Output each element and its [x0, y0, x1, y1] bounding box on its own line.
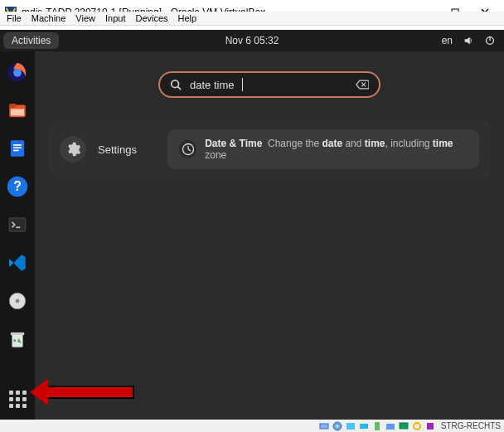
menu-machine[interactable]: Machine [32, 13, 66, 23]
svg-rect-14 [13, 147, 22, 148]
status-cpu-icon[interactable] [424, 420, 436, 431]
status-optical-icon[interactable] [332, 420, 343, 431]
menu-bar: File Machine View Input Devices Help [0, 12, 504, 26]
annotation-arrow [35, 383, 134, 401]
dock-vscode[interactable] [5, 250, 30, 275]
svg-rect-15 [13, 150, 19, 152]
svg-point-40 [414, 423, 420, 430]
svg-rect-35 [346, 423, 355, 430]
apps-grid-icon [9, 391, 27, 408]
status-harddisk-icon[interactable] [318, 420, 330, 431]
status-audio-icon[interactable] [345, 420, 356, 431]
text-cursor [242, 78, 243, 91]
svg-point-21 [16, 299, 20, 303]
search-input-value: date time [190, 79, 234, 91]
result-category: Settings [98, 143, 156, 156]
menu-devices[interactable]: Devices [135, 13, 167, 23]
svg-point-24 [13, 339, 16, 342]
svg-rect-41 [427, 423, 434, 430]
vm-viewport: Activities Nov 6 05:32 en ? date tim [0, 30, 504, 420]
result-date-time[interactable]: Date & Time Change the date and time, in… [167, 129, 479, 169]
hostkey-label: STRG-RECHTS [441, 421, 501, 430]
menu-help[interactable]: Help [178, 13, 197, 23]
search-results-panel: Settings Date & Time Change the date and… [48, 119, 491, 179]
svg-rect-38 [386, 424, 395, 430]
svg-point-34 [336, 425, 338, 427]
show-applications-button[interactable] [5, 386, 30, 411]
search-icon [170, 79, 182, 90]
search-field[interactable]: date time [158, 71, 380, 98]
svg-rect-39 [400, 423, 408, 429]
svg-point-8 [13, 69, 22, 77]
menu-view[interactable]: View [75, 13, 95, 23]
status-shared-folder-icon[interactable] [385, 420, 396, 431]
svg-rect-11 [11, 109, 24, 115]
gear-icon [65, 141, 81, 158]
svg-rect-36 [360, 424, 368, 429]
keyboard-layout[interactable]: en [442, 35, 453, 46]
clock[interactable]: Nov 6 05:32 [225, 35, 279, 46]
status-network-icon[interactable] [358, 420, 370, 431]
svg-rect-32 [320, 424, 328, 429]
dock: ? [0, 51, 35, 420]
clock-icon [179, 140, 196, 158]
gnome-topbar: Activities Nov 6 05:32 en [0, 30, 504, 51]
svg-rect-13 [13, 144, 22, 146]
svg-point-25 [172, 80, 179, 88]
svg-rect-10 [9, 104, 16, 108]
dock-firefox[interactable] [5, 60, 30, 85]
svg-text:?: ? [13, 179, 22, 193]
dock-terminal[interactable] [5, 212, 30, 237]
menu-file[interactable]: File [7, 13, 22, 23]
status-display-icon[interactable] [398, 420, 410, 431]
dock-help[interactable]: ? [5, 174, 30, 199]
svg-rect-37 [375, 422, 380, 430]
status-recording-icon[interactable] [411, 420, 423, 431]
activities-button[interactable]: Activities [3, 32, 59, 49]
svg-line-31 [188, 149, 191, 151]
volume-icon[interactable] [463, 35, 474, 46]
svg-rect-18 [9, 218, 26, 231]
dock-disks[interactable] [5, 289, 30, 313]
svg-line-26 [178, 87, 182, 90]
svg-rect-23 [11, 332, 24, 335]
menu-input[interactable]: Input [105, 13, 125, 23]
dock-document[interactable] [5, 136, 30, 161]
clear-search-icon[interactable] [356, 80, 369, 90]
power-icon[interactable] [484, 35, 496, 46]
result-text: Date & Time Change the date and time, in… [205, 138, 468, 161]
virtualbox-status-bar: STRG-RECHTS [0, 420, 504, 432]
settings-category-icon [60, 136, 86, 163]
dock-files[interactable] [5, 98, 30, 123]
status-usb-icon[interactable] [371, 420, 383, 431]
dock-trash[interactable] [5, 327, 30, 352]
